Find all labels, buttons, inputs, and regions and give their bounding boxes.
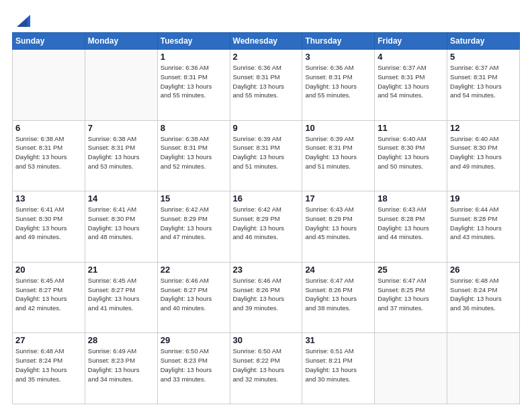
calendar-week-row: 27Sunrise: 6:48 AM Sunset: 8:24 PM Dayli… [13,333,520,404]
day-number: 31 [305,335,371,345]
calendar-cell [447,333,520,404]
calendar-cell: 29Sunrise: 6:50 AM Sunset: 8:23 PM Dayli… [157,333,230,404]
day-number: 18 [378,193,444,203]
col-monday: Monday [85,33,157,50]
day-number: 12 [450,123,517,133]
calendar-cell: 12Sunrise: 6:40 AM Sunset: 8:30 PM Dayli… [447,120,520,191]
calendar-week-row: 1Sunrise: 6:36 AM Sunset: 8:31 PM Daylig… [13,50,520,121]
day-info: Sunrise: 6:49 AM Sunset: 8:23 PM Dayligh… [88,347,154,383]
calendar-cell [13,50,85,121]
day-info: Sunrise: 6:47 AM Sunset: 8:26 PM Dayligh… [305,276,371,313]
day-number: 13 [15,193,82,203]
col-friday: Friday [375,33,447,50]
calendar-cell: 16Sunrise: 6:42 AM Sunset: 8:29 PM Dayli… [230,191,302,263]
day-info: Sunrise: 6:47 AM Sunset: 8:25 PM Dayligh… [378,276,444,313]
day-info: Sunrise: 6:45 AM Sunset: 8:27 PM Dayligh… [15,276,82,313]
calendar-cell: 2Sunrise: 6:36 AM Sunset: 8:31 PM Daylig… [230,50,302,121]
col-tuesday: Tuesday [157,33,230,50]
day-info: Sunrise: 6:38 AM Sunset: 8:31 PM Dayligh… [15,134,82,171]
calendar-cell: 23Sunrise: 6:46 AM Sunset: 8:26 PM Dayli… [230,262,302,333]
calendar-cell: 9Sunrise: 6:39 AM Sunset: 8:31 PM Daylig… [230,120,302,191]
logo [12,11,30,27]
day-number: 5 [450,52,517,62]
calendar-cell: 15Sunrise: 6:42 AM Sunset: 8:29 PM Dayli… [157,191,230,263]
day-number: 24 [305,265,371,275]
day-info: Sunrise: 6:45 AM Sunset: 8:27 PM Dayligh… [88,276,154,313]
calendar-cell: 25Sunrise: 6:47 AM Sunset: 8:25 PM Dayli… [375,262,447,333]
day-info: Sunrise: 6:38 AM Sunset: 8:31 PM Dayligh… [88,134,154,171]
day-number: 15 [161,193,227,203]
day-number: 7 [88,123,154,133]
day-number: 27 [15,335,82,345]
day-info: Sunrise: 6:51 AM Sunset: 8:21 PM Dayligh… [305,347,371,383]
day-number: 14 [88,193,154,203]
calendar-cell: 19Sunrise: 6:44 AM Sunset: 8:28 PM Dayli… [447,191,520,263]
calendar-cell: 21Sunrise: 6:45 AM Sunset: 8:27 PM Dayli… [85,262,157,333]
day-number: 11 [378,123,444,133]
calendar-cell: 11Sunrise: 6:40 AM Sunset: 8:30 PM Dayli… [375,120,447,191]
day-info: Sunrise: 6:39 AM Sunset: 8:31 PM Dayligh… [305,134,371,171]
day-number: 1 [161,52,227,62]
calendar-cell: 27Sunrise: 6:48 AM Sunset: 8:24 PM Dayli… [13,333,85,404]
day-info: Sunrise: 6:50 AM Sunset: 8:23 PM Dayligh… [161,347,227,383]
calendar-cell: 31Sunrise: 6:51 AM Sunset: 8:21 PM Dayli… [302,333,375,404]
calendar-cell: 3Sunrise: 6:36 AM Sunset: 8:31 PM Daylig… [302,50,375,121]
col-sunday: Sunday [13,33,85,50]
day-number: 30 [233,335,300,345]
day-info: Sunrise: 6:42 AM Sunset: 8:29 PM Dayligh… [233,205,300,242]
day-number: 2 [233,52,300,62]
calendar-cell [375,333,447,404]
day-number: 28 [88,335,154,345]
calendar-header-row: Sunday Monday Tuesday Wednesday Thursday… [13,33,520,50]
day-info: Sunrise: 6:41 AM Sunset: 8:30 PM Dayligh… [15,205,82,242]
day-info: Sunrise: 6:46 AM Sunset: 8:27 PM Dayligh… [161,276,227,313]
calendar-cell: 1Sunrise: 6:36 AM Sunset: 8:31 PM Daylig… [157,50,230,121]
header [12,11,520,27]
calendar-table: Sunday Monday Tuesday Wednesday Thursday… [12,32,520,404]
calendar-cell: 6Sunrise: 6:38 AM Sunset: 8:31 PM Daylig… [13,120,85,191]
day-info: Sunrise: 6:36 AM Sunset: 8:31 PM Dayligh… [233,63,300,100]
calendar-cell: 18Sunrise: 6:43 AM Sunset: 8:28 PM Dayli… [375,191,447,263]
day-number: 9 [233,123,300,133]
day-info: Sunrise: 6:39 AM Sunset: 8:31 PM Dayligh… [233,134,300,171]
calendar-cell: 8Sunrise: 6:38 AM Sunset: 8:31 PM Daylig… [157,120,230,191]
day-number: 21 [88,265,154,275]
day-info: Sunrise: 6:48 AM Sunset: 8:24 PM Dayligh… [15,347,82,383]
day-number: 17 [305,193,371,203]
day-info: Sunrise: 6:36 AM Sunset: 8:31 PM Dayligh… [305,63,371,100]
day-number: 20 [15,265,82,275]
col-thursday: Thursday [302,33,375,50]
day-info: Sunrise: 6:44 AM Sunset: 8:28 PM Dayligh… [450,205,517,242]
calendar-cell: 5Sunrise: 6:37 AM Sunset: 8:31 PM Daylig… [447,50,520,121]
calendar-cell: 17Sunrise: 6:43 AM Sunset: 8:29 PM Dayli… [302,191,375,263]
calendar-cell: 4Sunrise: 6:37 AM Sunset: 8:31 PM Daylig… [375,50,447,121]
calendar-cell: 22Sunrise: 6:46 AM Sunset: 8:27 PM Dayli… [157,262,230,333]
day-number: 6 [15,123,82,133]
day-info: Sunrise: 6:42 AM Sunset: 8:29 PM Dayligh… [161,205,227,242]
calendar-cell: 26Sunrise: 6:48 AM Sunset: 8:24 PM Dayli… [447,262,520,333]
day-number: 23 [233,265,300,275]
day-number: 29 [161,335,227,345]
day-info: Sunrise: 6:40 AM Sunset: 8:30 PM Dayligh… [450,134,517,171]
calendar-week-row: 20Sunrise: 6:45 AM Sunset: 8:27 PM Dayli… [13,262,520,333]
day-info: Sunrise: 6:48 AM Sunset: 8:24 PM Dayligh… [450,276,517,313]
calendar-week-row: 6Sunrise: 6:38 AM Sunset: 8:31 PM Daylig… [13,120,520,191]
day-number: 19 [450,193,517,203]
col-saturday: Saturday [447,33,520,50]
day-info: Sunrise: 6:37 AM Sunset: 8:31 PM Dayligh… [450,63,517,100]
day-number: 8 [161,123,227,133]
calendar-cell [85,50,157,121]
calendar-cell: 24Sunrise: 6:47 AM Sunset: 8:26 PM Dayli… [302,262,375,333]
day-number: 3 [305,52,371,62]
day-info: Sunrise: 6:38 AM Sunset: 8:31 PM Dayligh… [161,134,227,171]
calendar-cell: 30Sunrise: 6:50 AM Sunset: 8:22 PM Dayli… [230,333,302,404]
calendar-week-row: 13Sunrise: 6:41 AM Sunset: 8:30 PM Dayli… [13,191,520,263]
day-info: Sunrise: 6:46 AM Sunset: 8:26 PM Dayligh… [233,276,300,313]
day-number: 10 [305,123,371,133]
day-info: Sunrise: 6:43 AM Sunset: 8:29 PM Dayligh… [305,205,371,242]
day-number: 25 [378,265,444,275]
day-number: 4 [378,52,444,62]
calendar-cell: 28Sunrise: 6:49 AM Sunset: 8:23 PM Dayli… [85,333,157,404]
calendar-cell: 7Sunrise: 6:38 AM Sunset: 8:31 PM Daylig… [85,120,157,191]
calendar-cell: 13Sunrise: 6:41 AM Sunset: 8:30 PM Dayli… [13,191,85,263]
